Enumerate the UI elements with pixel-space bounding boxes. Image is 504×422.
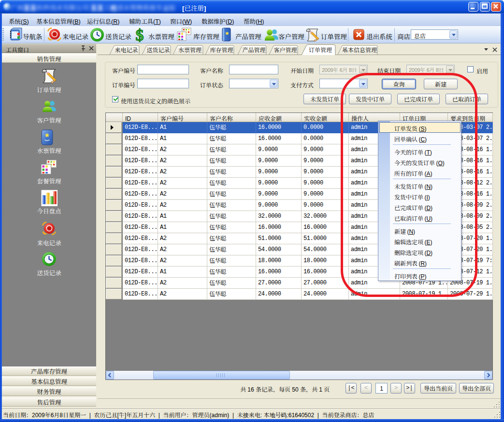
svg-text:水票管理: 水票管理 [178, 45, 202, 54]
svg-text:来电记录: 来电记录 [115, 45, 138, 54]
svg-text:$: $ [136, 27, 144, 42]
svg-text:基本信息管理: 基本信息管理 [342, 45, 377, 54]
svg-text:库存管理: 库存管理 [210, 45, 233, 54]
svg-text:订单管理: 订单管理 [309, 45, 332, 54]
svg-text:送货记录: 送货记录 [146, 45, 170, 54]
svg-text:产品管理: 产品管理 [242, 45, 265, 54]
svg-text:客户管理: 客户管理 [274, 45, 297, 54]
